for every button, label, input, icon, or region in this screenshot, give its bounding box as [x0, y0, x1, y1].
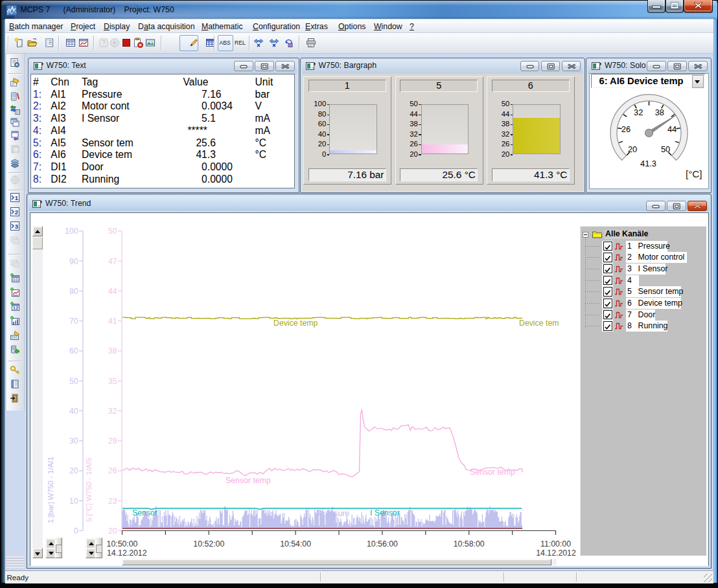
- svg-text:Sensor temp: Sensor temp: [226, 475, 271, 484]
- svg-text:26: 26: [621, 124, 631, 134]
- svg-text:38: 38: [655, 107, 664, 117]
- svg-text:44: 44: [108, 286, 117, 295]
- svg-text:50: 50: [108, 227, 117, 236]
- svg-text:47: 47: [108, 256, 117, 266]
- svg-text:60: 60: [69, 346, 78, 356]
- svg-text:44: 44: [667, 124, 677, 134]
- svg-text:1:[bar] W750 - 1/AI1: 1:[bar] W750 - 1/AI1: [47, 457, 54, 523]
- svg-text:10:56:00: 10:56:00: [367, 539, 398, 548]
- svg-text:29: 29: [108, 436, 117, 446]
- svg-text:20: 20: [69, 466, 78, 475]
- svg-text:Pressure: Pressure: [318, 508, 349, 517]
- svg-text:10: 10: [69, 496, 78, 505]
- svg-text:0: 0: [74, 526, 78, 535]
- svg-text:2: 2: [14, 209, 17, 216]
- svg-text:38: 38: [108, 346, 117, 356]
- svg-text:12: 12: [12, 305, 17, 311]
- svg-text:?: ?: [102, 40, 106, 47]
- svg-text:70: 70: [69, 317, 78, 326]
- svg-text:10:58:00: 10:58:00: [454, 539, 485, 548]
- svg-text:20: 20: [628, 144, 637, 154]
- svg-text:Sensor: Sensor: [132, 508, 157, 517]
- svg-text:50: 50: [661, 144, 670, 154]
- svg-text:3: 3: [14, 223, 17, 230]
- svg-text:11:00:00: 11:00:00: [540, 539, 571, 548]
- svg-text:14.12.2012: 14.12.2012: [536, 548, 576, 558]
- svg-text:1: 1: [14, 194, 18, 201]
- svg-text:41.3: 41.3: [640, 159, 656, 168]
- svg-text:Device tem: Device tem: [519, 318, 559, 327]
- svg-text:41: 41: [108, 317, 117, 326]
- svg-text:I Sensor: I Sensor: [370, 508, 400, 517]
- svg-text:26: 26: [108, 466, 117, 475]
- svg-text:32: 32: [108, 406, 117, 415]
- svg-text:32: 32: [634, 107, 643, 117]
- svg-text:10:50:00: 10:50:00: [107, 539, 138, 548]
- svg-text:23: 23: [108, 496, 117, 505]
- svg-text:10:54:00: 10:54:00: [280, 539, 311, 548]
- svg-text:Sensor temp: Sensor temp: [470, 467, 515, 476]
- svg-text:35: 35: [108, 376, 117, 385]
- svg-text:20: 20: [108, 526, 117, 535]
- svg-text:5:[°C] W750 - 1/AI5: 5:[°C] W750 - 1/AI5: [85, 457, 93, 521]
- svg-text:30: 30: [69, 436, 78, 446]
- svg-text:90: 90: [69, 256, 78, 266]
- svg-text:10:52:00: 10:52:00: [193, 539, 224, 548]
- svg-text:40: 40: [69, 406, 78, 415]
- svg-text:100: 100: [65, 227, 78, 236]
- svg-text:80: 80: [69, 286, 78, 295]
- svg-text:Device temp: Device temp: [273, 318, 318, 327]
- svg-text:50: 50: [69, 376, 78, 385]
- svg-text:14.12.2012: 14.12.2012: [107, 548, 147, 558]
